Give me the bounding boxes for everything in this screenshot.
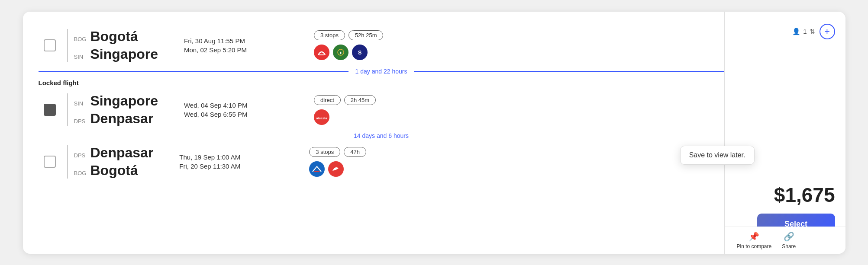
separator-1: 1 day and 22 hours [39, 67, 724, 76]
add-flight-button[interactable]: + [820, 24, 835, 39]
depart-time-1: Fri, 30 Aug 11:55 PM [184, 37, 279, 45]
scoot-logo: S [352, 45, 368, 60]
origin-iata-1: BOG [74, 36, 87, 42]
origin-row-2: SIN Singapore [74, 93, 158, 109]
price-display: $1,675 [774, 183, 835, 207]
route-codes-3: DPS Denpasar BOG Bogotá [74, 145, 154, 178]
svg-rect-10 [314, 171, 319, 172]
arrive-time-3: Fri, 20 Sep 11:30 AM [179, 163, 274, 170]
sep1-line-right [414, 71, 724, 72]
airfrance-logo [309, 161, 325, 177]
dest-row-1: SIN Singapore [74, 47, 158, 62]
checkbox-area-1[interactable] [39, 39, 61, 51]
share-label: Share [782, 243, 796, 249]
flight-meta-1: 3 stops 52h 25m [314, 30, 384, 60]
pin-to-compare-button[interactable]: 📌 Pin to compare [732, 231, 777, 249]
airasia-logo: airasia [314, 109, 329, 125]
flight-leg-2: SIN Singapore DPS Denpasar Wed, 04 Sep 4… [39, 88, 724, 131]
origin-row-1: BOG Bogotá [74, 29, 158, 44]
qantas2-logo [328, 161, 344, 177]
separator-2: 14 days and 6 hours [39, 131, 724, 140]
airlines-2: airasia [314, 109, 329, 125]
flight-details-1: Fri, 30 Aug 11:55 PM Mon, 02 Sep 5:20 PM [184, 37, 279, 54]
avianca-logo [314, 45, 329, 60]
svg-point-9 [310, 162, 324, 176]
arrive-time-1: Mon, 02 Sep 5:20 PM [184, 46, 279, 54]
passenger-icon: 👤 [792, 28, 800, 35]
duration-badge-3: 47h [344, 147, 366, 157]
stops-badge-3: 3 stops [309, 147, 340, 157]
sep2-line-right [416, 136, 724, 137]
leg2-vertical-divider [67, 93, 68, 126]
origin-iata-2: SIN [74, 100, 87, 107]
svg-text:airasia: airasia [316, 116, 327, 120]
leg3-vertical-divider [67, 145, 68, 178]
flight-leg-3: DPS Denpasar BOG Bogotá Thu, 19 Sep 1:00… [39, 140, 724, 183]
flight-meta-3: 3 stops 47h [309, 147, 366, 177]
dest-city-1: Singapore [90, 47, 158, 62]
dest-city-2: Denpasar [90, 111, 154, 126]
separator-label-1: 1 day and 22 hours [348, 68, 414, 75]
checkbox-area-2[interactable] [39, 104, 61, 116]
svg-text:S: S [358, 49, 362, 56]
save-popup-text: Save to view later. [689, 151, 745, 159]
dest-iata-1: SIN [74, 54, 87, 60]
sort-icon: ⇅ [810, 28, 815, 35]
pin-label: Pin to compare [737, 243, 772, 249]
save-popup: Save to view later. [680, 146, 755, 165]
flight-leg-1: BOG Bogotá SIN Singapore Fri, 30 Aug 11:… [39, 24, 724, 67]
route-codes-2: SIN Singapore DPS Denpasar [74, 93, 158, 126]
share-button[interactable]: 🔗 Share [777, 231, 801, 249]
origin-city-2: Singapore [90, 93, 158, 109]
right-section: 👤 1 ⇅ + $1,675 Select Save to view later… [724, 12, 845, 254]
checkbox-1[interactable] [44, 39, 56, 51]
passenger-count: 1 [803, 28, 807, 35]
separator-label-2: 14 days and 6 hours [347, 132, 416, 139]
pin-icon: 📌 [749, 231, 759, 242]
dest-iata-3: BOG [74, 170, 87, 176]
badges-3: 3 stops 47h [309, 147, 366, 157]
stops-badge-1: 3 stops [314, 30, 345, 40]
dest-iata-2: DPS [74, 118, 87, 125]
origin-row-3: DPS Denpasar [74, 145, 154, 160]
checkbox-area-3[interactable] [39, 156, 61, 168]
sep1-line-left [39, 71, 348, 72]
depart-time-3: Thu, 19 Sep 1:00 AM [179, 153, 274, 161]
dest-row-3: BOG Bogotá [74, 163, 154, 178]
origin-iata-3: DPS [74, 152, 87, 159]
sep2-line-left [39, 136, 347, 137]
locked-flight-label: Locked flight [39, 76, 724, 88]
saudia-logo: ✦ [333, 45, 348, 60]
arrive-time-2: Wed, 04 Sep 6:55 PM [184, 111, 279, 118]
checkbox-2-locked[interactable] [44, 104, 56, 116]
top-controls: 👤 1 ⇅ + [792, 24, 835, 39]
flight-details-3: Thu, 19 Sep 1:00 AM Fri, 20 Sep 11:30 AM [179, 153, 274, 170]
depart-time-2: Wed, 04 Sep 4:10 PM [184, 102, 279, 109]
badges-2: direct 2h 45m [314, 95, 376, 105]
flight-details-2: Wed, 04 Sep 4:10 PM Wed, 04 Sep 6:55 PM [184, 102, 279, 118]
flights-section: BOG Bogotá SIN Singapore Fri, 30 Aug 11:… [23, 12, 724, 254]
duration-badge-2: 2h 45m [344, 95, 376, 105]
stops-badge-2: direct [314, 95, 341, 105]
leg1-vertical-divider [67, 29, 68, 62]
dest-city-3: Bogotá [90, 163, 138, 178]
route-codes-1: BOG Bogotá SIN Singapore [74, 29, 158, 62]
flight-card: BOG Bogotá SIN Singapore Fri, 30 Aug 11:… [23, 12, 845, 254]
share-icon: 🔗 [784, 231, 794, 242]
bottom-action-bar: 📌 Pin to compare 🔗 Share [725, 227, 845, 254]
airlines-3 [309, 161, 344, 177]
origin-city-3: Denpasar [90, 145, 154, 160]
flight-meta-2: direct 2h 45m airasia [314, 95, 376, 125]
airlines-1: ✦ S [314, 45, 368, 60]
duration-badge-1: 52h 25m [348, 30, 384, 40]
svg-text:✦: ✦ [339, 51, 342, 55]
passenger-info: 👤 1 ⇅ [792, 28, 815, 35]
dest-row-2: DPS Denpasar [74, 111, 158, 126]
checkbox-3[interactable] [44, 156, 56, 168]
origin-city-1: Bogotá [90, 29, 138, 44]
badges-1: 3 stops 52h 25m [314, 30, 384, 40]
